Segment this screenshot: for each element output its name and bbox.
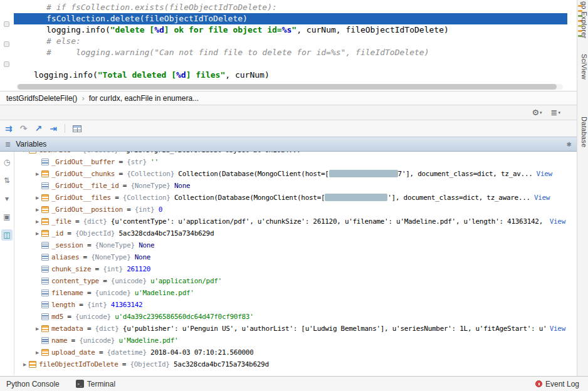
tool-tab-sciview[interactable]: SciView — [580, 54, 588, 80]
expand-arrow-icon[interactable]: ▶ — [33, 207, 41, 212]
status-python-console[interactable]: Python Console — [6, 380, 60, 388]
variable-name: content_type — [51, 277, 99, 285]
view-link[interactable]: View — [534, 194, 550, 202]
horizontal-scrollbar — [16, 84, 563, 90]
code-line-selected[interactable]: fsCollection.delete(fileObjectIdToDelete… — [14, 13, 567, 24]
object-value-icon — [41, 194, 49, 201]
variable-row[interactable]: _GridOut__buffer = {str} '' — [14, 156, 577, 168]
variable-row[interactable]: name = {unicode} u'Madeline.pdf' — [14, 335, 577, 347]
variable-value: u'application/pdf' — [150, 277, 222, 285]
variable-type: {ObjectId} — [75, 229, 119, 237]
view-link[interactable]: View — [550, 217, 565, 226]
chevron-down-icon: ▾ — [540, 110, 542, 115]
equals-sign: = — [115, 158, 127, 166]
variable-row[interactable]: chunk_size = {int} 261120 — [14, 263, 577, 275]
code-line[interactable]: # logging.warning("Can not find file to … — [14, 47, 567, 58]
tool-tab-mongo-explorer[interactable]: go Explorer — [580, 1, 588, 39]
expand-arrow-icon[interactable]: ▶ — [33, 196, 41, 201]
breadcrumb-loop[interactable]: for curIdx, eachFile in enumera... — [89, 94, 199, 103]
code-editor[interactable]: # if fsCollection.exists(fileObjectIdToD… — [14, 0, 567, 91]
restore-watches-icon[interactable]: ◷ — [1, 157, 13, 168]
view-as-table-icon[interactable] — [73, 125, 81, 132]
variable-row[interactable]: _GridOut__file_id = {NoneType} None — [14, 180, 577, 192]
variable-value: 7'], document_class=dict, tz_av... — [398, 170, 533, 178]
code-line[interactable] — [14, 58, 567, 70]
code-line[interactable]: logging.info("Total deleted [%d] files",… — [14, 70, 567, 81]
variable-row[interactable]: _session = {NoneType} None — [14, 239, 577, 251]
variable-name: _id — [51, 229, 63, 237]
gear-settings-icon[interactable]: ⚙▾ — [532, 108, 542, 117]
variable-row[interactable]: ▶_GridOut__position = {int} 0 — [14, 204, 577, 216]
snapshot-view-icon[interactable]: ◫ — [1, 229, 13, 241]
equals-sign: = — [71, 152, 83, 154]
variable-value: Collection(Database(MongoClient(host=[ — [178, 170, 328, 178]
view-link[interactable]: View — [550, 325, 565, 333]
variable-row[interactable]: ▶_id = {ObjectId} 5ac328cda4bc715a734b62… — [14, 227, 577, 239]
status-event-log[interactable]: Event Log — [535, 380, 579, 388]
code-line[interactable]: logging.info("delete [%d] ok for file ob… — [14, 24, 567, 36]
variable-row[interactable]: length = {int} 41363142 — [14, 299, 577, 311]
scroll-to-bottom-icon[interactable]: ▾ — [1, 193, 13, 204]
code-segment: "Total deleted [ — [98, 70, 176, 80]
field-value-icon — [41, 313, 49, 320]
step-over-icon[interactable]: ↷ — [20, 124, 28, 133]
variable-type: {unicode} — [79, 336, 118, 345]
variable-row[interactable]: filename = {unicode} u'Madeline.pdf' — [14, 287, 577, 299]
expand-arrow-icon[interactable]: ▶ — [33, 326, 41, 331]
expand-arrow-icon[interactable]: ▶ — [33, 231, 41, 236]
variable-value: None — [174, 182, 190, 190]
debugger-settings-toolbar: ⚙▾≣▾ — [0, 105, 577, 120]
variable-text: _GridOut__chunks = {Collection} Collecti… — [51, 170, 533, 178]
breadcrumb-method[interactable]: testGridfsDeleteFile() — [6, 94, 77, 103]
expand-arrow-icon[interactable]: ▶ — [33, 219, 41, 224]
variable-row[interactable]: content_type = {unicode} u'application/p… — [14, 275, 577, 287]
variable-text: eachFile = {GridOut} <gridfs.grid_file.G… — [39, 152, 305, 154]
expand-arrow-icon[interactable]: ▶ — [33, 350, 41, 355]
layout-options-icon[interactable]: ≣▾ — [551, 108, 560, 117]
step-out-icon[interactable]: ↗ — [34, 124, 42, 133]
code-segment: # else: — [46, 36, 81, 46]
pin-icon[interactable]: ✱ — [567, 141, 572, 148]
variable-type: {unicode} — [95, 289, 135, 297]
sort-values-icon[interactable]: ⇅ — [1, 175, 13, 186]
variable-text: _session = {NoneType} None — [51, 241, 154, 249]
panel-menu-icon[interactable]: ≣ — [5, 140, 11, 149]
variable-row[interactable]: aliases = {NoneType} None — [14, 251, 577, 263]
variable-text: name = {unicode} u'Madeline.pdf' — [51, 336, 178, 345]
expand-arrow-icon[interactable]: ▶ — [21, 152, 29, 153]
variable-row[interactable]: ▶metadata = {dict} {u'publisher': u'Peng… — [14, 323, 577, 335]
redacted-value — [325, 194, 387, 201]
chevron-right-icon: › — [81, 93, 84, 103]
code-line[interactable]: # if fsCollection.exists(fileObjectIdToD… — [14, 2, 567, 13]
code-line[interactable]: # else: — [14, 36, 567, 47]
variable-name: name — [51, 336, 67, 345]
variable-row[interactable]: ▶fileObjectIdToDelete = {ObjectId} 5ac32… — [14, 358, 577, 370]
variable-name: fileObjectIdToDelete — [39, 360, 118, 368]
variable-text: fileObjectIdToDelete = {ObjectId} 5ac328… — [39, 360, 269, 368]
variable-value: u'd4a39c2396586560dc64d47f0cf90f83' — [115, 313, 253, 321]
equals-sign: = — [111, 194, 123, 202]
view-link[interactable]: View — [537, 170, 552, 178]
object-value-icon — [41, 206, 49, 213]
variable-text: md5 = {unicode} u'd4a39c2396586560dc64d4… — [51, 313, 253, 321]
tool-tab-database[interactable]: Database — [580, 117, 588, 148]
object-value-icon — [29, 152, 36, 154]
variable-row[interactable]: ▶_GridOut__files = {Collection} Collecti… — [14, 192, 577, 204]
status-terminal[interactable]: >_ Terminal — [76, 380, 115, 388]
variable-name: aliases — [51, 253, 79, 261]
variable-row[interactable]: ▶eachFile = {GridOut} <gridfs.grid_file.… — [14, 152, 577, 156]
expand-arrow-icon[interactable]: ▶ — [21, 362, 29, 367]
variable-row[interactable]: md5 = {unicode} u'd4a39c2396586560dc64d4… — [14, 311, 577, 323]
variable-row[interactable]: ▶upload_date = {datetime} 2018-04-03 07:… — [14, 347, 577, 358]
variable-type: {ObjectId} — [130, 360, 174, 368]
run-to-cursor-icon[interactable]: ⇥ — [50, 124, 57, 133]
variable-name: _GridOut__position — [51, 206, 123, 214]
variable-type: {NoneType} — [91, 253, 135, 261]
scrollbar-thumb[interactable] — [18, 84, 557, 90]
variable-row[interactable]: ▶_GridOut__chunks = {Collection} Collect… — [14, 168, 577, 180]
show-execution-point-icon[interactable]: ⇉ — [5, 124, 13, 133]
variable-row[interactable]: ▶_file = {dict} {u'contentType': u'appli… — [14, 216, 577, 227]
paste-watch-icon[interactable]: ▣ — [1, 211, 13, 222]
variable-name: _GridOut__file_id — [51, 182, 118, 190]
expand-arrow-icon[interactable]: ▶ — [33, 172, 41, 177]
